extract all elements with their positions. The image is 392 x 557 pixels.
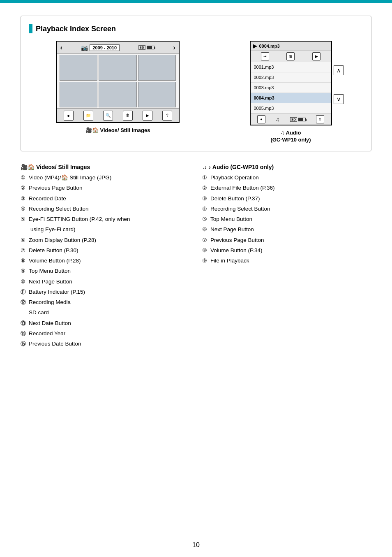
video-diagram: ‹ 📷 2009 - 2010 SD <box>56 41 180 133</box>
audio-item-2: ② External File Button (P.36) <box>202 184 371 192</box>
item-8-text: Volume Button (P.28) <box>29 257 81 265</box>
a-item-2-text: External File Button (P.36) <box>210 184 275 192</box>
item-4-text: Recording Select Button <box>29 205 89 213</box>
record-btn[interactable]: ● <box>64 111 74 121</box>
audio-file-0002[interactable]: 0002.mp3 <box>251 72 331 83</box>
num-14: ⑭ <box>21 330 29 338</box>
num-7: ⑦ <box>21 246 29 255</box>
audio-list-title-text: ♪ Audio (GC-WP10 only) <box>208 164 274 170</box>
audio-music-icon: ♫ <box>276 116 280 123</box>
a-item-9-text: File in Playback <box>210 257 249 265</box>
item-1-text: Video (MP4)/🏠 Still Image (JPG) <box>29 174 111 182</box>
audio-list-col: ♫ ♪ Audio (GC-WP10 only) ① Playback Oper… <box>202 164 371 350</box>
thumb-2 <box>99 55 137 81</box>
audio-item-3: ③ Delete Button (P.37) <box>202 195 371 203</box>
delete-btn[interactable]: 🗑 <box>123 111 133 121</box>
a-num-8: ⑧ <box>202 246 210 255</box>
item-7-text: Delete Button (P.30) <box>29 246 78 255</box>
audio-file-0001[interactable]: 0001.mp3 <box>251 62 331 72</box>
video-list-title-text: Videos/ Still Images <box>36 164 90 170</box>
audio-file-0005[interactable]: 0005.mp3 <box>251 103 331 114</box>
item-13-text: Next Date Button <box>29 319 71 327</box>
num-2: ② <box>21 184 29 192</box>
video-item-12: ⑫ Recording Media <box>21 298 190 306</box>
menu-btn[interactable]: ⇧ <box>162 111 172 121</box>
zoom-btn[interactable]: 🔍 <box>103 111 113 121</box>
thumb-4 <box>60 82 98 108</box>
audio-del-btn[interactable]: 🗑 <box>286 52 295 60</box>
num-3: ③ <box>21 195 29 203</box>
video-item-7: ⑦ Delete Button (P.30) <box>21 246 190 255</box>
thumbnails-grid <box>60 55 176 107</box>
battery-seg-1 <box>148 46 149 49</box>
audio-rec-btn[interactable]: ● <box>257 115 265 123</box>
thumb-6 <box>138 82 176 108</box>
audio-file-0004[interactable]: 0004.mp3 <box>251 93 331 103</box>
recorded-date: 2009 - 2010 <box>90 44 120 51</box>
next-nav-icon: › <box>173 44 175 51</box>
item-15-text: Previous Date Button <box>29 340 81 348</box>
item-10-text: Next Page Button <box>29 278 72 286</box>
sd-label: SD <box>138 45 145 50</box>
num-4: ④ <box>21 205 29 213</box>
video-icon: 🎥🏠 <box>85 127 99 133</box>
audio-diagram-label: ♫ Audio (GC-WP10 only) <box>270 130 311 143</box>
video-item-8: ⑧ Volume Button (P.28) <box>21 257 190 265</box>
video-item-6: ⑥ Zoom Display Button (P.28) <box>21 236 190 244</box>
video-item-13: ⑬ Next Date Button <box>21 319 190 327</box>
audio-list-icon: ♫ <box>202 164 207 170</box>
audio-ext-btn[interactable]: ⇥ <box>261 52 269 60</box>
audio-list-title: ♫ ♪ Audio (GC-WP10 only) <box>202 164 371 170</box>
prev-nav-icon: ‹ <box>60 44 62 51</box>
audio-diagram: ▶ 0004.mp3 ⇥ 🗑 ▶ 0001.mp3 0002.mp3 <box>250 41 332 143</box>
thumb-3 <box>138 55 176 81</box>
audio-item-6: ⑥ Next Page Button <box>202 225 371 234</box>
video-item-9: ⑨ Top Menu Button <box>21 267 190 275</box>
audio-vol-btn[interactable]: ▶ <box>312 52 321 60</box>
video-item-5b: using Eye-Fi card) <box>21 225 190 234</box>
audio-item-5: ⑤ Top Menu Button <box>202 215 371 223</box>
item-12-text: Recording Media <box>29 298 71 306</box>
item-12-sub-text: SD card <box>29 309 49 316</box>
audio-bseg-2 <box>301 118 303 121</box>
battery-seg-3 <box>150 46 151 49</box>
audio-sd-label: SD <box>290 117 297 122</box>
folder-btn[interactable]: 📁 <box>83 111 93 121</box>
audio-playing-file: ▶ 0004.mp3 <box>251 42 331 51</box>
num-8: ⑧ <box>21 257 29 265</box>
audio-note-icon: ♫ <box>281 130 285 136</box>
scroll-up-btn[interactable]: ∧ <box>334 65 344 75</box>
audio-menu-btn[interactable]: ⇧ <box>316 115 324 123</box>
thumb-1 <box>60 55 98 81</box>
audio-item-7: ⑦ Previous Page Button <box>202 236 371 244</box>
volume-btn[interactable]: ▶ <box>143 111 152 121</box>
num-1: ① <box>21 174 29 182</box>
audio-file-0003[interactable]: 0003.mp3 <box>251 83 331 93</box>
battery-seg-2 <box>149 46 150 49</box>
audio-item-8: ⑧ Volume Button (P.34) <box>202 246 371 255</box>
video-item-15: ⑮ Previous Date Button <box>21 340 190 348</box>
audio-battery-fill <box>299 118 303 121</box>
video-screen: ‹ 📷 2009 - 2010 SD <box>56 41 180 123</box>
video-item-12-sub: SD card <box>21 309 190 317</box>
num-13: ⑬ <box>21 319 29 327</box>
item-2-text: Previous Page Button <box>29 184 83 192</box>
playing-filename: 0004.mp3 <box>259 44 280 49</box>
page-number: 10 <box>192 541 200 549</box>
num-15: ⑮ <box>21 340 29 348</box>
audio-file-list: 0001.mp3 0002.mp3 0003.mp3 0004.mp3 0005… <box>251 62 331 114</box>
scroll-down-btn[interactable]: ∨ <box>334 94 344 104</box>
video-item-2: ② Previous Page Button <box>21 184 190 192</box>
a-item-5-text: Top Menu Button <box>210 215 252 223</box>
battery-indicator <box>147 46 154 49</box>
video-item-11: ⑪ Battery Indicator (P.15) <box>21 288 190 296</box>
audio-item-9: ⑨ File in Playback <box>202 257 371 265</box>
video-item-3: ③ Recorded Date <box>21 195 190 203</box>
a-num-5: ⑤ <box>202 215 210 223</box>
a-num-2: ② <box>202 184 210 192</box>
num-11: ⑪ <box>21 288 29 296</box>
lists-row: 🎥🏠 Videos/ Still Images ① Video (MP4)/🏠 … <box>21 164 371 350</box>
top-accent-bar <box>0 0 392 3</box>
num-12: ⑫ <box>21 298 29 306</box>
video-list-icon: 🎥🏠 <box>21 164 35 170</box>
